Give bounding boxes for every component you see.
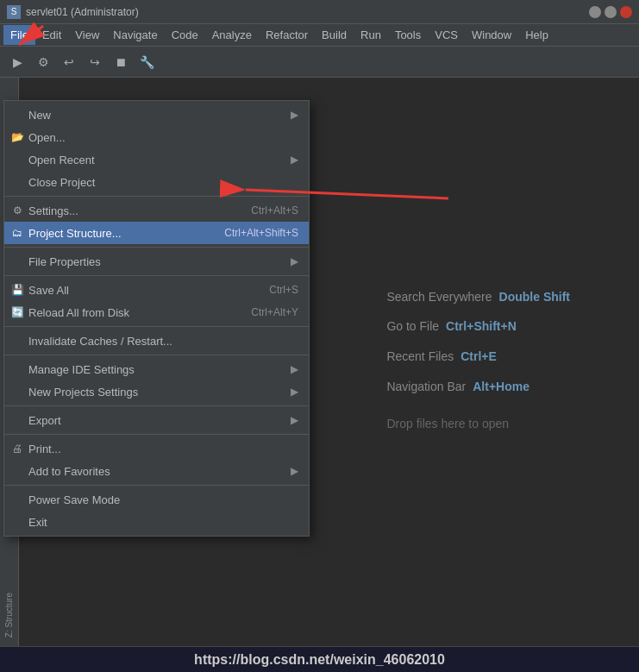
hint-goto-text: Go to File xyxy=(386,313,439,340)
menu-refactor[interactable]: Refactor xyxy=(259,25,315,45)
new-arrow: ▶ xyxy=(291,109,298,121)
dd-project-structure-shortcut: Ctrl+Alt+Shift+S xyxy=(224,227,298,239)
menu-section-9: Power Save Mode Exit xyxy=(4,486,309,536)
menu-section-6: Manage IDE Settings ▶ New Projects Setti… xyxy=(4,355,309,406)
menu-bar: File Edit View Navigate Code Analyze Ref… xyxy=(0,24,639,47)
menu-analyze[interactable]: Analyze xyxy=(205,25,259,45)
hint-search: Search Everywhere Double Shift xyxy=(386,284,570,311)
open-recent-arrow: ▶ xyxy=(291,154,298,166)
reload-icon: 🔄 xyxy=(9,306,25,318)
toolbar-btn-5[interactable]: ⏹ xyxy=(110,52,131,72)
dd-reload[interactable]: 🔄 Reload All from Disk Ctrl+Alt+Y xyxy=(4,301,309,323)
bottom-url: https://blog.csdn.net/weixin_46062010 xyxy=(194,652,445,668)
menu-tools[interactable]: Tools xyxy=(388,25,428,45)
hint-navbar-shortcut: Alt+Home xyxy=(473,374,529,400)
manage-ide-arrow: ▶ xyxy=(291,363,298,375)
dd-file-properties-label: File Properties xyxy=(28,255,287,268)
window-controls xyxy=(589,6,632,18)
toolbar-btn-2[interactable]: ⚙ xyxy=(33,52,53,72)
menu-navigate[interactable]: Navigate xyxy=(106,25,164,45)
dd-new-projects-label: New Projects Settings xyxy=(28,386,287,399)
open-icon: 📂 xyxy=(9,131,25,143)
dd-open-recent-label: Open Recent xyxy=(28,154,287,166)
hint-drop-text: Drop files here to open xyxy=(386,411,509,437)
close-button[interactable] xyxy=(620,6,632,18)
dd-settings[interactable]: ⚙ Settings... Ctrl+Alt+S xyxy=(4,199,309,222)
menu-run[interactable]: Run xyxy=(354,25,388,45)
dd-new[interactable]: New ▶ xyxy=(4,104,309,126)
new-projects-arrow: ▶ xyxy=(291,386,298,398)
print-icon: 🖨 xyxy=(9,443,25,455)
title-bar: S servlet01 (Administrator) xyxy=(0,0,639,24)
dd-new-projects[interactable]: New Projects Settings ▶ xyxy=(4,380,309,403)
bottom-bar: https://blog.csdn.net/weixin_46062010 xyxy=(0,646,639,672)
dd-file-properties[interactable]: File Properties ▶ xyxy=(4,250,309,273)
menu-vcs[interactable]: VCS xyxy=(428,25,465,45)
dd-manage-ide[interactable]: Manage IDE Settings ▶ xyxy=(4,358,309,380)
dd-export-label: Export xyxy=(28,414,287,427)
dd-project-structure[interactable]: 🗂 Project Structure... Ctrl+Alt+Shift+S xyxy=(4,222,309,244)
hint-goto-shortcut: Ctrl+Shift+N xyxy=(446,313,517,340)
maximize-button[interactable] xyxy=(605,6,617,18)
menu-file[interactable]: File xyxy=(3,25,35,45)
structure-label: Z: Structure xyxy=(4,593,14,637)
menu-section-8: 🖨 Print... Add to Favorites ▶ xyxy=(4,435,309,486)
project-structure-icon: 🗂 xyxy=(9,227,25,239)
menu-window[interactable]: Window xyxy=(465,25,518,45)
dd-power-save-label: Power Save Mode xyxy=(28,493,298,506)
menu-code[interactable]: Code xyxy=(165,25,205,45)
menu-section-4: 💾 Save All Ctrl+S 🔄 Reload All from Disk… xyxy=(4,276,309,327)
dd-invalidate-label: Invalidate Caches / Restart... xyxy=(28,335,298,348)
menu-section-7: Export ▶ xyxy=(4,406,309,435)
dd-save-all[interactable]: 💾 Save All Ctrl+S xyxy=(4,279,309,301)
dd-manage-ide-label: Manage IDE Settings xyxy=(28,363,287,376)
hint-recent-text: Recent Files xyxy=(386,343,454,370)
add-favorites-arrow: ▶ xyxy=(291,465,298,477)
dd-export[interactable]: Export ▶ xyxy=(4,409,309,431)
dd-exit-label: Exit xyxy=(28,516,298,529)
file-properties-arrow: ▶ xyxy=(291,255,298,267)
toolbar-btn-4[interactable]: ↪ xyxy=(85,52,105,72)
app-icon: S xyxy=(7,5,21,19)
dd-save-all-label: Save All xyxy=(28,284,252,297)
dd-reload-label: Reload All from Disk xyxy=(28,306,234,319)
save-all-icon: 💾 xyxy=(9,284,25,296)
dd-print-label: Print... xyxy=(28,443,298,455)
hint-search-text: Search Everywhere xyxy=(386,284,492,311)
menu-section-3: File Properties ▶ xyxy=(4,248,309,276)
main-area: Z: Structure Search Everywhere Double Sh… xyxy=(0,78,639,646)
dd-close-project-label: Close Project xyxy=(28,176,298,189)
toolbar: ▶ ⚙ ↩ ↪ ⏹ 🔧 xyxy=(0,47,639,78)
menu-build[interactable]: Build xyxy=(315,25,354,45)
hint-navbar-text: Navigation Bar xyxy=(386,374,466,400)
menu-edit[interactable]: Edit xyxy=(35,25,68,45)
toolbar-btn-1[interactable]: ▶ xyxy=(7,52,28,72)
dd-reload-shortcut: Ctrl+Alt+Y xyxy=(251,306,298,318)
dd-project-structure-label: Project Structure... xyxy=(28,227,207,240)
hint-recent: Recent Files Ctrl+E xyxy=(386,343,570,370)
dd-open-recent[interactable]: Open Recent ▶ xyxy=(4,148,309,171)
dd-exit[interactable]: Exit xyxy=(4,511,309,533)
dd-open[interactable]: 📂 Open... xyxy=(4,126,309,148)
toolbar-btn-3[interactable]: ↩ xyxy=(59,52,79,72)
dd-power-save[interactable]: Power Save Mode xyxy=(4,488,309,511)
dd-open-label: Open... xyxy=(28,131,298,144)
menu-help[interactable]: Help xyxy=(518,25,555,45)
dd-save-all-shortcut: Ctrl+S xyxy=(269,284,298,296)
dd-invalidate[interactable]: Invalidate Caches / Restart... xyxy=(4,330,309,352)
hint-search-shortcut: Double Shift xyxy=(499,284,570,311)
minimize-button[interactable] xyxy=(589,6,601,18)
dd-print[interactable]: 🖨 Print... xyxy=(4,437,309,460)
hint-recent-shortcut: Ctrl+E xyxy=(460,343,497,370)
title-text: servlet01 (Administrator) xyxy=(26,6,139,18)
toolbar-btn-6[interactable]: 🔧 xyxy=(136,52,157,72)
menu-section-2: ⚙ Settings... Ctrl+Alt+S 🗂 Project Struc… xyxy=(4,197,309,248)
dd-add-favorites[interactable]: Add to Favorites ▶ xyxy=(4,460,309,482)
menu-view[interactable]: View xyxy=(68,25,106,45)
file-dropdown-menu: New ▶ 📂 Open... Open Recent ▶ Close Proj… xyxy=(3,100,310,537)
menu-section-1: New ▶ 📂 Open... Open Recent ▶ Close Proj… xyxy=(4,101,309,197)
dd-add-favorites-label: Add to Favorites xyxy=(28,465,287,478)
hint-goto: Go to File Ctrl+Shift+N xyxy=(386,313,570,340)
settings-icon: ⚙ xyxy=(9,204,25,217)
dd-close-project[interactable]: Close Project xyxy=(4,171,309,193)
